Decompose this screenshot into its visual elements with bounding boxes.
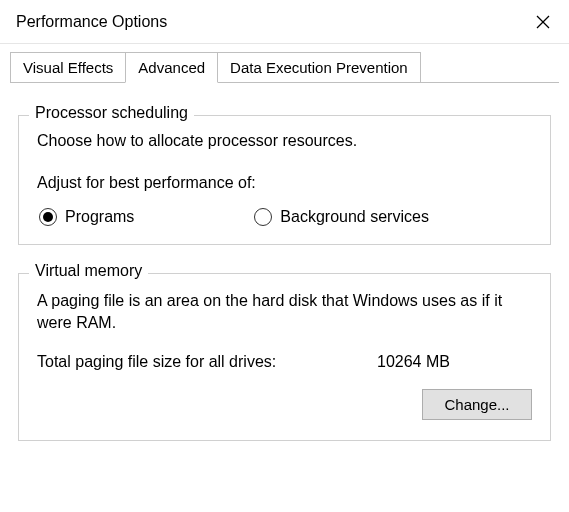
- tab-advanced[interactable]: Advanced: [125, 52, 218, 83]
- vm-total-value: 10264 MB: [377, 353, 450, 371]
- vm-total-row: Total paging file size for all drives: 1…: [37, 353, 532, 371]
- virtual-memory-legend: Virtual memory: [29, 262, 148, 280]
- tab-content: Processor scheduling Choose how to alloc…: [0, 83, 569, 441]
- virtual-memory-group: Virtual memory A paging file is an area …: [18, 273, 551, 441]
- radio-programs-label: Programs: [65, 208, 134, 226]
- vm-desc: A paging file is an area on the hard dis…: [37, 290, 532, 335]
- adjust-label: Adjust for best performance of:: [37, 174, 532, 192]
- title-bar: Performance Options: [0, 0, 569, 44]
- radio-row: Programs Background services: [37, 208, 532, 226]
- change-button[interactable]: Change...: [422, 389, 532, 420]
- vm-total-label: Total paging file size for all drives:: [37, 353, 377, 371]
- window-title: Performance Options: [16, 13, 167, 31]
- radio-background-services[interactable]: Background services: [254, 208, 429, 226]
- radio-programs[interactable]: Programs: [39, 208, 134, 226]
- close-icon: [536, 15, 550, 29]
- close-button[interactable]: [521, 5, 565, 39]
- tab-visual-effects[interactable]: Visual Effects: [10, 52, 125, 83]
- processor-scheduling-group: Processor scheduling Choose how to alloc…: [18, 115, 551, 245]
- radio-button-icon: [39, 208, 57, 226]
- radio-background-label: Background services: [280, 208, 429, 226]
- processor-scheduling-legend: Processor scheduling: [29, 104, 194, 122]
- tab-bar: Visual Effects Advanced Data Execution P…: [0, 44, 569, 83]
- tab-dep[interactable]: Data Execution Prevention: [218, 52, 421, 83]
- radio-button-icon: [254, 208, 272, 226]
- processor-desc: Choose how to allocate processor resourc…: [37, 132, 532, 150]
